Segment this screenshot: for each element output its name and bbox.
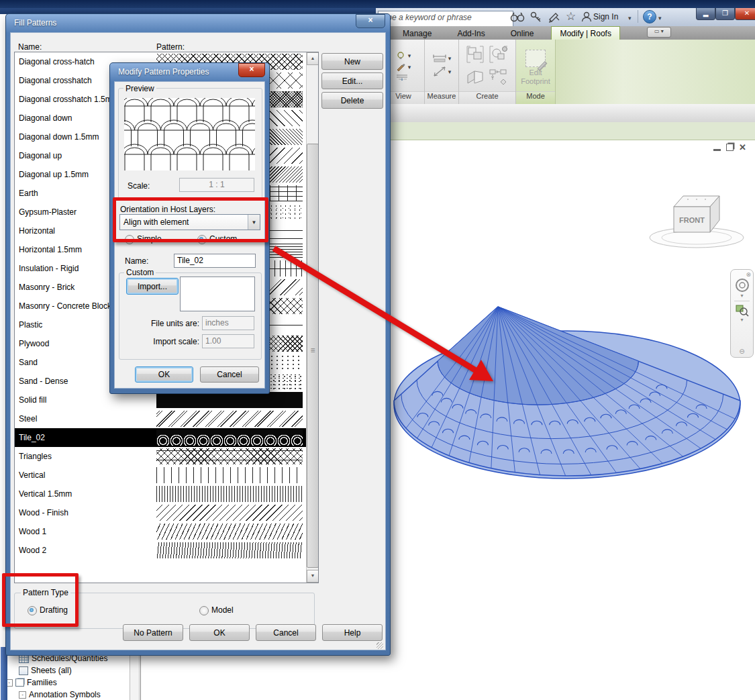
ribbon-tab[interactable]: Online: [503, 27, 542, 40]
panel-label-create[interactable]: Create: [459, 91, 515, 104]
resize-grip[interactable]: [376, 642, 383, 649]
minimize-window-button[interactable]: ▂: [696, 8, 715, 20]
sign-in-label[interactable]: Sign In: [593, 12, 618, 21]
navbar-zoom-caret-icon[interactable]: ▾: [740, 317, 743, 323]
orientation-highlight-rect: [113, 197, 268, 242]
pattern-row-name: Triangles: [15, 447, 156, 466]
measure-diagonal-icon[interactable]: [432, 66, 447, 78]
delete-button[interactable]: Delete: [321, 92, 383, 109]
pattern-row[interactable]: Wood 1: [15, 522, 307, 541]
search-input[interactable]: type a keyword or phrase: [378, 11, 513, 28]
pattern-row-name: Vertical: [15, 466, 156, 485]
search-binoculars-icon[interactable]: [510, 11, 525, 23]
edit-button[interactable]: Edit...: [321, 72, 383, 89]
cancel-button[interactable]: Cancel: [256, 624, 316, 641]
pattern-row[interactable]: Vertical: [15, 466, 307, 485]
restore-window-button[interactable]: ❐: [715, 8, 735, 20]
help-icon[interactable]: ?: [643, 10, 656, 23]
ribbon-tab-row: ManageAdd-InsOnlineModify | Roofs ▭ ▾: [376, 26, 755, 40]
pattern-row-preview: [156, 542, 303, 558]
pattern-row-name: Wood 1: [15, 522, 156, 541]
model-radio[interactable]: [199, 606, 209, 615]
view-restore-icon[interactable]: [726, 144, 734, 151]
section-lines-icon[interactable]: [396, 74, 408, 81]
ribbon-collapse-button[interactable]: ▭ ▾: [647, 27, 671, 38]
lightbulb-icon[interactable]: [396, 51, 407, 60]
navbar-collapse-icon[interactable]: ⊖: [739, 348, 744, 355]
scroll-up-icon[interactable]: ▲: [307, 52, 319, 65]
pattern-row[interactable]: Wood - Finish: [15, 503, 307, 522]
subscription-icon[interactable]: [548, 11, 561, 23]
panel-label-mode[interactable]: Mode: [516, 91, 555, 104]
ribbon-panel-measure: ▾ ▾ Measure: [425, 40, 459, 104]
fill-patterns-close-button[interactable]: ×: [356, 14, 385, 28]
viewcube-front-label: FRONT: [679, 216, 705, 224]
file-units-label: File units are:: [123, 319, 199, 328]
name-column-header: Name:: [18, 42, 42, 52]
close-window-button[interactable]: ✕: [735, 8, 755, 20]
project-browser-scrollbar[interactable]: [130, 648, 140, 700]
pattern-row-preview: [156, 505, 303, 521]
pattern-column-header: Pattern:: [156, 42, 185, 52]
create-assembly-icon[interactable]: [466, 68, 486, 86]
modify-pattern-dialog-title: Modify Pattern Properties: [118, 67, 209, 77]
browser-tree-item[interactable]: -Annotation Symbols: [0, 689, 142, 700]
pattern-row[interactable]: Tile_02: [15, 428, 307, 447]
tree-expander-icon[interactable]: -: [19, 691, 26, 699]
model-radio-label[interactable]: Model: [211, 605, 234, 615]
view-window-controls: ✕: [713, 142, 746, 152]
create-similar-icon[interactable]: [489, 45, 509, 64]
viewcube[interactable]: FRONT: [643, 189, 755, 256]
sign-in-caret-icon[interactable]: ▾: [628, 15, 632, 21]
ribbon-tab-active[interactable]: Modify | Roofs: [551, 26, 619, 40]
panel-label-measure[interactable]: Measure: [425, 91, 458, 104]
ribbon-tab[interactable]: Manage: [395, 27, 440, 40]
pattern-name-label: Name:: [125, 256, 148, 266]
browser-tree-label[interactable]: Annotation Symbols: [29, 690, 101, 699]
favorites-star-icon[interactable]: ☆: [566, 11, 576, 23]
pattern-row-preview: [156, 467, 303, 483]
ribbon-panel-mode: EditFootprint Mode: [516, 40, 556, 104]
family-icon: [15, 679, 24, 687]
measure-horizontal-icon[interactable]: [432, 54, 447, 63]
view-minimize-icon[interactable]: [713, 149, 721, 151]
navbar-close-icon[interactable]: ⊗: [746, 271, 751, 278]
browser-tree-label[interactable]: Sheets (all): [31, 666, 72, 675]
ok-button[interactable]: OK: [189, 624, 250, 641]
zoom-region-icon[interactable]: [736, 303, 749, 317]
pattern-row[interactable]: Steel: [15, 409, 307, 428]
pattern-row[interactable]: Triangles: [15, 447, 307, 466]
pattern-name-field[interactable]: Tile_02: [174, 254, 256, 268]
pattern-row-preview: [156, 430, 303, 446]
navbar-wheel-caret-icon[interactable]: ▾: [740, 293, 743, 299]
modify-pattern-close-button[interactable]: ×: [238, 63, 265, 77]
sign-in-person-icon[interactable]: [581, 11, 593, 23]
ribbon-tab[interactable]: Add-Ins: [449, 27, 493, 40]
paintbrush-icon[interactable]: [396, 63, 407, 71]
steering-wheel-icon[interactable]: [735, 278, 750, 293]
pattern-row[interactable]: Wood 2: [15, 541, 307, 560]
pattern-list-scrollbar[interactable]: ▲ ≡ ▼: [306, 52, 318, 583]
modify-ok-button[interactable]: OK: [135, 366, 193, 383]
sheet-icon: [19, 666, 28, 675]
tile-pattern-preview: [124, 98, 255, 170]
pattern-row[interactable]: Vertical 1.5mm: [15, 485, 307, 503]
scroll-down-icon[interactable]: ▼: [307, 570, 319, 583]
pattern-row-preview: [156, 486, 303, 502]
key-icon[interactable]: [530, 11, 543, 23]
browser-tree-label[interactable]: Families: [27, 678, 57, 687]
help-caret-icon[interactable]: ▾: [658, 15, 662, 21]
no-pattern-button[interactable]: No Pattern: [123, 624, 183, 641]
modify-cancel-button[interactable]: Cancel: [200, 366, 259, 383]
help-button[interactable]: Help: [322, 624, 383, 641]
new-button[interactable]: New: [321, 53, 383, 70]
browser-tree-item[interactable]: -Families: [0, 677, 142, 689]
import-button[interactable]: Import...: [126, 278, 179, 295]
create-parts-icon[interactable]: [489, 68, 509, 86]
file-units-field: inches: [202, 316, 254, 330]
custom-group-label: Custom: [124, 268, 156, 277]
view-close-icon[interactable]: ✕: [739, 142, 746, 152]
browser-tree-item[interactable]: Sheets (all): [0, 664, 142, 677]
scrollbar-thumb[interactable]: ≡: [307, 144, 319, 568]
create-group-icon[interactable]: [466, 45, 486, 64]
